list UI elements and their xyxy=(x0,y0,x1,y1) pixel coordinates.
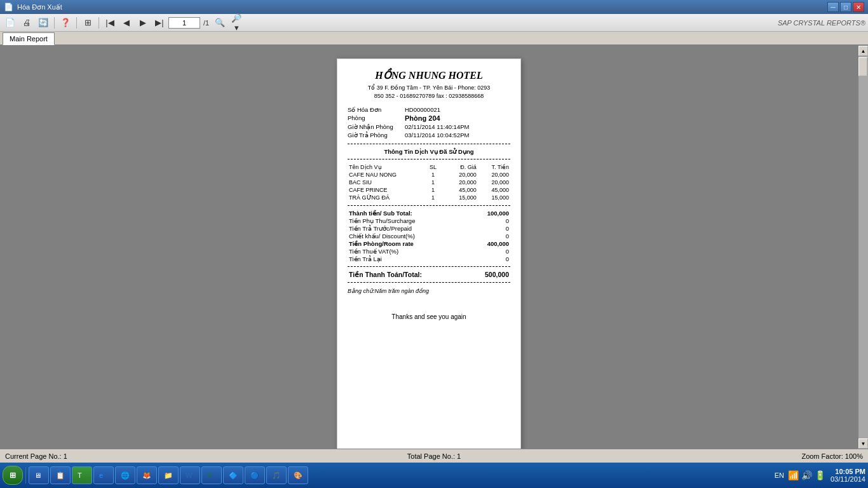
page-total-label: /1 xyxy=(203,19,209,27)
toolbar-print-btn[interactable]: 🖨 xyxy=(19,16,34,30)
maximize-button[interactable]: □ xyxy=(840,2,851,12)
current-page-status: Current Page No.: 1 xyxy=(5,452,291,460)
toolbar-new-btn[interactable]: 📄 xyxy=(3,16,18,30)
taskbar-app-13[interactable]: 🎨 xyxy=(288,466,308,484)
taskbar-app-8[interactable]: W xyxy=(180,466,200,484)
scroll-up-btn[interactable]: ▲ xyxy=(858,46,868,56)
taskbar-app-4[interactable]: e xyxy=(93,466,114,484)
toolbar-group-btn[interactable]: ⊞ xyxy=(80,16,95,30)
report-area: HỒNG NHUNG HOTEL Tổ 39 F. Đồng Tâm - TP.… xyxy=(0,46,858,449)
hotel-name: HỒNG NHUNG HOTEL xyxy=(348,69,510,81)
total-row: Tiền Thanh Toán/Total: 500,000 xyxy=(348,271,510,278)
start-button[interactable]: ⊞ xyxy=(3,466,23,485)
page-number-input[interactable]: 1 xyxy=(168,17,200,29)
window-title: Hóa Đơn Xuất xyxy=(17,3,62,11)
service-table: Tên Dịch Vụ SL Đ. Giá T. Tiền CAFE NAU N… xyxy=(348,163,510,201)
taskbar-app-2[interactable]: 📋 xyxy=(50,466,71,484)
service-price: 45,000 xyxy=(441,186,478,194)
service-row-2: CAFE PRINCE 1 45,000 45,000 xyxy=(348,186,510,194)
taskbar-app-7[interactable]: 📁 xyxy=(158,466,179,484)
divider-3 xyxy=(348,205,510,206)
service-name: BAC SIU xyxy=(348,179,425,186)
taskbar-app-11[interactable]: 🔵 xyxy=(245,466,265,484)
sep1 xyxy=(54,17,55,29)
invoice-number-row: Số Hóa Đơn HD00000021 xyxy=(348,106,510,113)
taskbar-app-1[interactable]: 🖥 xyxy=(29,466,49,484)
service-qty: 1 xyxy=(425,179,442,186)
divider-5 xyxy=(348,282,510,283)
service-total: 20,000 xyxy=(478,171,510,179)
main-content: HỒNG NHUNG HOTEL Tổ 39 F. Đồng Tâm - TP.… xyxy=(0,46,868,449)
service-qty: 1 xyxy=(425,186,442,194)
scrollbar-track xyxy=(858,56,868,438)
taskbar-sep-1 xyxy=(25,467,26,484)
taskbar-app-9[interactable]: X xyxy=(201,466,222,484)
receipt-document: HỒNG NHUNG HOTEL Tổ 39 F. Đồng Tâm - TP.… xyxy=(337,58,521,449)
service-section-title: Thông Tin Dịch Vụ Đã Sử Dụng xyxy=(348,148,510,155)
vat-row: Tiền Thuế VAT(%) 0 xyxy=(348,248,510,255)
toolbar-help-btn[interactable]: ❓ xyxy=(58,16,73,30)
toolbar-last-btn[interactable]: ▶| xyxy=(152,16,167,30)
scrollbar-thumb[interactable] xyxy=(858,57,867,76)
hotel-address: Tổ 39 F. Đồng Tâm - TP. Yên Bái - Phone:… xyxy=(348,84,510,100)
room-row: Phòng Phòng 204 xyxy=(348,114,510,122)
discount-row: Chiết khấu/ Discount(%) 0 xyxy=(348,233,510,240)
toolbar-refresh-btn[interactable]: 🔄 xyxy=(36,16,51,30)
taskbar-app-6[interactable]: 🦊 xyxy=(137,466,157,484)
col-qty-header: SL xyxy=(425,163,442,171)
toolbar-search-btn[interactable]: 🔍 xyxy=(212,16,227,30)
service-row-0: CAFE NAU NONG 1 20,000 20,000 xyxy=(348,171,510,179)
toolbar-zoom-btn[interactable]: 🔎▾ xyxy=(229,16,244,30)
checkin-row: Giờ Nhận Phòng 02/11/2014 11:40:14PM xyxy=(348,123,510,130)
col-total-header: T. Tiền xyxy=(478,163,510,171)
total-pages-status: Total Page No.: 1 xyxy=(291,452,577,460)
toolbar: 📄 🖨 🔄 ❓ ⊞ |◀ ◀ ▶ ▶| 1 /1 🔍 🔎▾ SAP CRYSTA… xyxy=(0,14,868,32)
toolbar-prev-btn[interactable]: ◀ xyxy=(119,16,134,30)
scroll-down-btn[interactable]: ▼ xyxy=(858,438,868,449)
service-name: TRÀ GỪNG ĐÁ xyxy=(348,194,425,201)
volume-icon: 🔊 xyxy=(801,470,812,480)
words-line: Bằng chữ:Năm trăm ngàn đồng xyxy=(348,288,510,294)
lang-indicator: EN xyxy=(775,471,784,479)
prepaid-row: Tiền Trả Trước/Prepaid 0 xyxy=(348,225,510,232)
tab-main-report[interactable]: Main Report xyxy=(3,32,55,45)
surcharge-row: Tiền Phụ Thu/Surcharge 0 xyxy=(348,217,510,224)
service-price: 15,000 xyxy=(441,194,478,201)
system-clock: 10:05 PM 03/11/2014 xyxy=(831,468,865,483)
app-icon: 📄 xyxy=(4,3,13,11)
scrollbar-right[interactable]: ▲ ▼ xyxy=(858,46,868,449)
divider-1 xyxy=(348,144,510,144)
tab-bar: Main Report xyxy=(0,32,868,46)
minimize-button[interactable]: ─ xyxy=(827,2,839,12)
service-name: CAFE NAU NONG xyxy=(348,171,425,179)
checkout-row: Giờ Trả Phòng 03/11/2014 10:04:52PM xyxy=(348,132,510,139)
taskbar-app-12[interactable]: 🎵 xyxy=(266,466,287,484)
toolbar-next-btn[interactable]: ▶ xyxy=(135,16,151,30)
invoice-info: Số Hóa Đơn HD00000021 Phòng Phòng 204 Gi… xyxy=(348,106,510,139)
service-price: 20,000 xyxy=(441,179,478,186)
service-total: 45,000 xyxy=(478,186,510,194)
service-table-header: Tên Dịch Vụ SL Đ. Giá T. Tiền xyxy=(348,163,510,171)
col-name-header: Tên Dịch Vụ xyxy=(348,163,425,171)
divider-4 xyxy=(348,266,510,267)
toolbar-first-btn[interactable]: |◀ xyxy=(102,16,118,30)
service-qty: 1 xyxy=(425,171,442,179)
summary-section: Thành tiền/ Sub Total: 100,000 Tiền Phụ … xyxy=(348,210,510,262)
service-price: 20,000 xyxy=(441,171,478,179)
taskbar-app-10[interactable]: 🔷 xyxy=(223,466,243,484)
window-controls: ─ □ ✕ xyxy=(827,2,864,12)
receipt-header: HỒNG NHUNG HOTEL Tổ 39 F. Đồng Tâm - TP.… xyxy=(348,69,510,100)
taskbar-app-5[interactable]: 🌐 xyxy=(115,466,135,484)
network-icon: 📶 xyxy=(788,470,799,480)
taskbar: ⊞ 🖥 📋 T e 🌐 🦊 📁 W X 🔷 🔵 🎵 🎨 EN 📶 🔊 🔋 10:… xyxy=(0,463,868,488)
divider-2 xyxy=(348,159,510,159)
service-total: 20,000 xyxy=(478,179,510,186)
service-row-1: BAC SIU 1 20,000 20,000 xyxy=(348,179,510,186)
service-qty: 1 xyxy=(425,194,442,201)
subtotal-row: Thành tiền/ Sub Total: 100,000 xyxy=(348,210,510,217)
close-button[interactable]: ✕ xyxy=(853,2,864,12)
room-rate-row: Tiền Phòng/Room rate 400,000 xyxy=(348,240,510,247)
thanks-line: Thanks and see you again xyxy=(348,313,510,320)
service-row-3: TRÀ GỪNG ĐÁ 1 15,000 15,000 xyxy=(348,194,510,201)
taskbar-app-3[interactable]: T xyxy=(72,466,92,484)
